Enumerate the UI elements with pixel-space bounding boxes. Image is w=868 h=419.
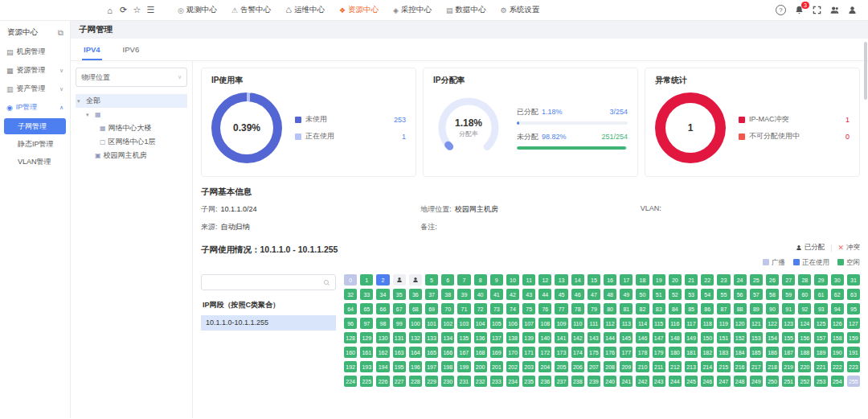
ip-cell-185[interactable]: 185 — [750, 347, 763, 358]
ip-cell-99[interactable]: 99 — [393, 318, 406, 329]
ip-cell-20[interactable]: 20 — [669, 274, 682, 285]
ip-cell-102[interactable]: 102 — [441, 318, 454, 329]
ip-cell-45[interactable]: 45 — [555, 289, 567, 300]
ip-cell-86[interactable]: 86 — [701, 303, 714, 314]
ip-cell-127[interactable]: 127 — [847, 318, 860, 329]
ip-cell-188[interactable]: 188 — [798, 347, 811, 358]
ip-cell-230[interactable]: 230 — [441, 376, 454, 387]
ip-cell-111[interactable]: 111 — [588, 318, 600, 329]
ip-cell-204[interactable]: 204 — [538, 361, 551, 372]
ip-cell-89[interactable]: 89 — [750, 303, 763, 314]
ip-cell-160[interactable]: 160 — [344, 347, 357, 358]
ip-cell-4[interactable] — [409, 274, 422, 285]
ip-cell-113[interactable]: 113 — [620, 318, 633, 329]
ip-cell-174[interactable]: 174 — [571, 347, 584, 358]
ip-cell-214[interactable]: 214 — [701, 361, 714, 372]
sidebar-item-ip-management[interactable]: ◉IP管理∧ — [0, 98, 70, 117]
ip-cell-55[interactable]: 55 — [717, 289, 730, 300]
ip-cell-32[interactable]: 32 — [344, 289, 357, 300]
sidebar-item-assets[interactable]: ▥资产管理∨ — [0, 80, 70, 98]
ip-cell-115[interactable]: 115 — [653, 318, 665, 329]
ip-cell-41[interactable]: 41 — [490, 289, 503, 300]
ip-cell-24[interactable]: 24 — [734, 274, 747, 285]
ip-cell-52[interactable]: 52 — [669, 289, 682, 300]
ip-cell-11[interactable]: 11 — [522, 274, 535, 285]
ip-cell-68[interactable]: 68 — [409, 303, 422, 314]
ip-cell-64[interactable]: 64 — [344, 303, 357, 314]
ip-cell-46[interactable]: 46 — [571, 289, 584, 300]
nav-item-observe[interactable]: ◎观测中心 — [170, 0, 224, 21]
ip-cell-200[interactable]: 200 — [474, 361, 487, 372]
ip-cell-98[interactable]: 98 — [376, 318, 389, 329]
ip-cell-198[interactable]: 198 — [441, 361, 454, 372]
toggle-conflict[interactable]: ✕ 冲突 — [837, 243, 860, 253]
ip-cell-119[interactable]: 119 — [717, 318, 730, 329]
ip-cell-51[interactable]: 51 — [653, 289, 665, 300]
ip-cell-33[interactable]: 33 — [360, 289, 373, 300]
sidebar-item-resources[interactable]: ▦资源管理∨ — [0, 61, 70, 80]
ip-cell-27[interactable]: 27 — [782, 274, 795, 285]
ip-cell-199[interactable]: 199 — [457, 361, 470, 372]
ip-cell-195[interactable]: 195 — [393, 361, 406, 372]
ip-cell-100[interactable]: 100 — [409, 318, 422, 329]
ip-cell-17[interactable]: 17 — [620, 274, 633, 285]
ip-cell-80[interactable]: 80 — [604, 303, 616, 314]
ip-cell-244[interactable]: 244 — [669, 376, 682, 387]
ip-cell-60[interactable]: 60 — [798, 289, 811, 300]
ip-cell-50[interactable]: 50 — [636, 289, 649, 300]
ip-cell-172[interactable]: 172 — [538, 347, 551, 358]
nav-item-alert[interactable]: ⚠告警中心 — [224, 0, 278, 21]
ip-cell-97[interactable]: 97 — [360, 318, 373, 329]
tree-expand-icon[interactable]: ▾ — [77, 98, 84, 105]
ip-cell-186[interactable]: 186 — [766, 347, 779, 358]
ip-cell-53[interactable]: 53 — [685, 289, 698, 300]
ip-cell-47[interactable]: 47 — [588, 289, 600, 300]
ip-cell-83[interactable]: 83 — [653, 303, 665, 314]
ip-cell-202[interactable]: 202 — [506, 361, 519, 372]
ip-cell-176[interactable]: 176 — [604, 347, 616, 358]
notification-bell[interactable]: 3 — [795, 6, 804, 14]
ip-cell-137[interactable]: 137 — [490, 332, 503, 343]
ip-cell-229[interactable]: 229 — [425, 376, 438, 387]
ip-cell-239[interactable]: 239 — [588, 376, 600, 387]
ip-cell-19[interactable]: 19 — [653, 274, 665, 285]
ip-cell-94[interactable]: 94 — [831, 303, 844, 314]
location-filter-select[interactable]: 物理位置 ∨ — [76, 68, 187, 87]
ip-cell-72[interactable]: 72 — [474, 303, 487, 314]
ip-cell-252[interactable]: 252 — [798, 376, 811, 387]
refresh-icon[interactable]: ⟳ — [117, 5, 130, 15]
ip-cell-3[interactable] — [393, 274, 406, 285]
ip-cell-139[interactable]: 139 — [522, 332, 535, 343]
ip-cell-228[interactable]: 228 — [409, 376, 422, 387]
ip-cell-135[interactable]: 135 — [457, 332, 470, 343]
ip-cell-213[interactable]: 213 — [685, 361, 698, 372]
ip-cell-12[interactable]: 12 — [538, 274, 551, 285]
ip-cell-206[interactable]: 206 — [571, 361, 584, 372]
ip-cell-43[interactable]: 43 — [522, 289, 535, 300]
ip-cell-183[interactable]: 183 — [717, 347, 730, 358]
ip-cell-39[interactable]: 39 — [457, 289, 470, 300]
ip-cell-207[interactable]: 207 — [588, 361, 600, 372]
ip-cell-18[interactable]: 18 — [636, 274, 649, 285]
ip-cell-65[interactable]: 65 — [360, 303, 373, 314]
ip-cell-2[interactable]: 2 — [376, 274, 389, 285]
ip-cell-148[interactable]: 148 — [669, 332, 682, 343]
ip-cell-189[interactable]: 189 — [814, 347, 827, 358]
toggle-allocated[interactable]: 已分配 — [796, 243, 825, 253]
ip-cell-90[interactable]: 90 — [766, 303, 779, 314]
ip-cell-121[interactable]: 121 — [750, 318, 763, 329]
ip-cell-203[interactable]: 203 — [522, 361, 535, 372]
ip-cell-116[interactable]: 116 — [669, 318, 682, 329]
ip-cell-117[interactable]: 117 — [685, 318, 698, 329]
ip-cell-48[interactable]: 48 — [604, 289, 616, 300]
tree-node-floor[interactable]: ▢ 区网络中心1层 — [76, 135, 187, 149]
ip-cell-182[interactable]: 182 — [701, 347, 714, 358]
ip-cell-63[interactable]: 63 — [847, 289, 860, 300]
ip-cell-224[interactable]: 224 — [344, 376, 357, 387]
menu-icon[interactable]: ☰ — [144, 5, 158, 15]
ip-cell-144[interactable]: 144 — [604, 332, 616, 343]
ip-cell-249[interactable]: 249 — [750, 376, 763, 387]
ip-cell-168[interactable]: 168 — [474, 347, 487, 358]
nav-item-collect[interactable]: ◈采控中心 — [386, 0, 439, 21]
ip-cell-212[interactable]: 212 — [669, 361, 682, 372]
